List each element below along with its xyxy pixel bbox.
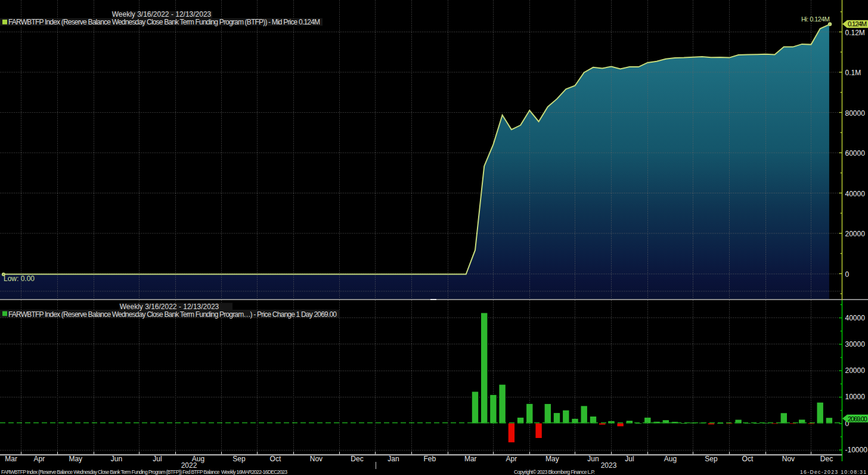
svg-text:Jun: Jun xyxy=(587,455,599,463)
svg-text:Apr: Apr xyxy=(34,455,45,463)
svg-text:0.12M: 0.12M xyxy=(845,29,865,37)
svg-text:Sep: Sep xyxy=(705,455,718,463)
svg-text:0: 0 xyxy=(845,270,850,279)
svg-text:Jun: Jun xyxy=(111,455,122,463)
svg-text:Dec: Dec xyxy=(351,455,363,463)
svg-text:Low: 0.00: Low: 0.00 xyxy=(4,274,35,283)
svg-text:Aug: Aug xyxy=(664,455,677,463)
svg-text:Oct: Oct xyxy=(742,455,754,463)
svg-text:May: May xyxy=(69,455,82,463)
svg-text:FARWBTFP Index (Reserve Balanc: FARWBTFP Index (Reserve Balance Wednesda… xyxy=(1,469,287,475)
svg-text:Jul: Jul xyxy=(153,455,162,463)
svg-text:Sep: Sep xyxy=(232,455,246,463)
svg-text:Apr: Apr xyxy=(506,455,517,463)
svg-text:20000: 20000 xyxy=(845,366,866,375)
svg-text:Weekly 3/16/2022 - 12/13/2023: Weekly 3/16/2022 - 12/13/2023 xyxy=(112,10,212,18)
svg-text:Feb: Feb xyxy=(423,455,436,463)
svg-text:FARWBTFP Index (Reserve Balanc: FARWBTFP Index (Reserve Balance Wednesda… xyxy=(8,18,320,26)
svg-text:80000: 80000 xyxy=(845,109,866,118)
svg-text:Copyright© 2023 Bloomberg Fina: Copyright© 2023 Bloomberg Finance L.P. xyxy=(514,469,595,475)
svg-text:0.124M: 0.124M xyxy=(848,20,867,27)
svg-text:FARWBTFP Index (Reserve Balanc: FARWBTFP Index (Reserve Balance Wednesda… xyxy=(8,310,337,319)
svg-text:16-Dec-2023 10:08:31: 16-Dec-2023 10:08:31 xyxy=(800,469,866,475)
svg-text:40000: 40000 xyxy=(845,190,866,198)
svg-text:Jul: Jul xyxy=(625,455,634,463)
svg-text:0.1M: 0.1M xyxy=(845,69,861,77)
svg-text:10000: 10000 xyxy=(845,393,866,401)
svg-text:2069.00: 2069.00 xyxy=(848,415,867,422)
svg-text:Dec: Dec xyxy=(820,455,833,463)
svg-text:Nov: Nov xyxy=(782,455,795,463)
svg-text:-10000: -10000 xyxy=(845,446,868,454)
svg-text:Hi: 0.124M: Hi: 0.124M xyxy=(801,16,830,23)
svg-text:Mar: Mar xyxy=(5,455,17,463)
svg-text:30000: 30000 xyxy=(845,340,866,348)
svg-text:20000: 20000 xyxy=(845,230,866,238)
svg-text:Nov: Nov xyxy=(310,455,323,463)
svg-text:60000: 60000 xyxy=(845,149,866,158)
svg-text:Oct: Oct xyxy=(270,455,281,463)
svg-text:May: May xyxy=(545,455,559,463)
svg-text:Mar: Mar xyxy=(464,455,477,463)
svg-text:2023: 2023 xyxy=(601,461,617,470)
svg-text:Jan: Jan xyxy=(388,455,399,463)
svg-text:40000: 40000 xyxy=(845,314,866,322)
